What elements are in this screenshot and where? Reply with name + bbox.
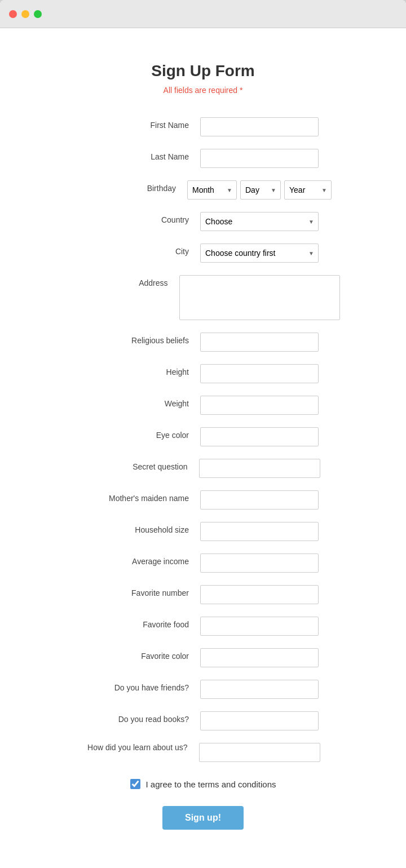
last-name-label: Last Name xyxy=(87,149,200,161)
terms-label: I agree to the terms and conditions xyxy=(146,780,276,789)
birthday-group: Month 1 2 3 4 5 6 7 8 9 10 11 12 xyxy=(187,180,332,200)
country-select[interactable]: Choose xyxy=(200,212,319,231)
year-select[interactable]: Year xyxy=(284,180,332,200)
have-friends-input[interactable] xyxy=(200,680,319,699)
favorite-color-row: Favorite color xyxy=(11,648,395,667)
last-name-row: Last Name xyxy=(11,149,395,168)
close-button-icon[interactable] xyxy=(9,10,17,18)
first-name-label: First Name xyxy=(87,117,200,130)
first-name-input[interactable] xyxy=(200,117,319,136)
birthday-label: Birthday xyxy=(74,180,187,193)
country-row: Country Choose xyxy=(11,212,395,231)
household-size-label: Household size xyxy=(87,522,200,534)
favorite-food-row: Favorite food xyxy=(11,617,395,636)
traffic-lights xyxy=(9,10,42,18)
how-learn-input[interactable] xyxy=(199,743,320,762)
read-books-row: Do you read books? xyxy=(11,711,395,730)
how-learn-label: How did you learn about us? xyxy=(86,743,199,752)
favorite-number-row: Favorite number xyxy=(11,585,395,604)
weight-row: Weight xyxy=(11,396,395,415)
address-row: Address xyxy=(11,275,395,320)
average-income-label: Average income xyxy=(87,553,200,566)
read-books-input[interactable] xyxy=(200,711,319,730)
secret-question-label: Secret question xyxy=(86,459,199,471)
favorite-color-input[interactable] xyxy=(200,648,319,667)
city-select[interactable]: Choose country first xyxy=(200,243,319,263)
weight-label: Weight xyxy=(87,396,200,408)
last-name-input[interactable] xyxy=(200,149,319,168)
country-label: Country xyxy=(87,212,200,224)
mothers-maiden-name-row: Mother's maiden name xyxy=(11,490,395,510)
address-textarea[interactable] xyxy=(179,275,340,320)
secret-question-input[interactable] xyxy=(199,459,320,478)
religious-beliefs-label: Religious beliefs xyxy=(87,333,200,345)
religious-beliefs-row: Religious beliefs xyxy=(11,333,395,352)
city-label: City xyxy=(87,243,200,256)
weight-input[interactable] xyxy=(200,396,319,415)
eye-color-row: Eye color xyxy=(11,427,395,446)
height-input[interactable] xyxy=(200,364,319,383)
mothers-maiden-name-label: Mother's maiden name xyxy=(87,490,200,503)
read-books-label: Do you read books? xyxy=(87,711,200,724)
favorite-food-input[interactable] xyxy=(200,617,319,636)
first-name-row: First Name xyxy=(11,117,395,136)
secret-question-row: Secret question xyxy=(11,459,395,478)
religious-beliefs-input[interactable] xyxy=(200,333,319,352)
browser-window: Sign Up Form All fields are required * F… xyxy=(0,0,406,868)
mothers-maiden-name-input[interactable] xyxy=(200,490,319,510)
signup-button[interactable]: Sign up! xyxy=(162,806,244,830)
day-select-wrapper: Day xyxy=(240,180,281,200)
page-content: Sign Up Form All fields are required * F… xyxy=(0,28,406,868)
city-select-wrapper: Choose country first xyxy=(200,243,319,263)
eye-color-label: Eye color xyxy=(87,427,200,440)
maximize-button-icon[interactable] xyxy=(34,10,42,18)
average-income-row: Average income xyxy=(11,553,395,573)
how-learn-row: How did you learn about us? xyxy=(11,743,395,762)
address-label: Address xyxy=(67,275,179,287)
minimize-button-icon[interactable] xyxy=(21,10,29,18)
month-select[interactable]: Month 1 2 3 4 5 6 7 8 9 10 11 12 xyxy=(187,180,237,200)
household-size-input[interactable] xyxy=(200,522,319,541)
month-select-wrapper: Month 1 2 3 4 5 6 7 8 9 10 11 12 xyxy=(187,180,237,200)
browser-titlebar xyxy=(0,0,406,28)
favorite-number-label: Favorite number xyxy=(87,585,200,597)
height-label: Height xyxy=(87,364,200,377)
city-row: City Choose country first xyxy=(11,243,395,263)
terms-row: I agree to the terms and conditions xyxy=(11,779,395,789)
average-income-input[interactable] xyxy=(200,553,319,573)
day-select[interactable]: Day xyxy=(240,180,281,200)
favorite-food-label: Favorite food xyxy=(87,617,200,629)
household-size-row: Household size xyxy=(11,522,395,541)
favorite-number-input[interactable] xyxy=(200,585,319,604)
have-friends-label: Do you have friends? xyxy=(87,680,200,692)
country-select-wrapper: Choose xyxy=(200,212,319,231)
height-row: Height xyxy=(11,364,395,383)
terms-checkbox[interactable] xyxy=(130,779,140,789)
year-select-wrapper: Year xyxy=(284,180,332,200)
form-title: Sign Up Form xyxy=(11,62,395,80)
birthday-row: Birthday Month 1 2 3 4 5 6 7 8 9 10 xyxy=(11,180,395,200)
eye-color-input[interactable] xyxy=(200,427,319,446)
form-subtitle: All fields are required * xyxy=(11,86,395,95)
have-friends-row: Do you have friends? xyxy=(11,680,395,699)
favorite-color-label: Favorite color xyxy=(87,648,200,661)
